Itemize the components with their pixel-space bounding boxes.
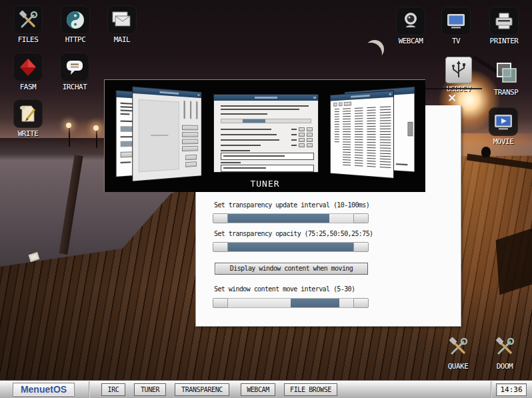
desktop-icon-fasm[interactable]: FASM <box>9 53 47 91</box>
move-interval-label: Set window content move interval (5-30) <box>214 285 355 293</box>
preview-titlebar <box>133 87 201 98</box>
crescent-moon-icon <box>365 40 384 59</box>
desktop-icon-doom[interactable]: DOOM <box>486 332 523 371</box>
preview-file-listing <box>331 103 393 170</box>
preview-front-window <box>330 90 394 179</box>
taskbar-task-transparenc[interactable]: TRANSPARENC <box>175 383 229 396</box>
slider-track[interactable] <box>228 242 353 252</box>
preview-content <box>214 101 318 173</box>
desktop-icon-tv[interactable]: TV <box>437 7 475 45</box>
slider-left-cap[interactable] <box>213 242 228 252</box>
switcher-selected-label: TUNER <box>105 179 425 189</box>
icon-label: IRCHAT <box>56 83 93 91</box>
move-interval-slider[interactable] <box>213 298 369 308</box>
slider-fill <box>228 214 329 223</box>
desktop-icon-httpc[interactable]: HTTPC <box>57 5 94 44</box>
gem-icon <box>13 53 43 81</box>
taskbar-task-tuner[interactable]: TUNER <box>134 383 166 396</box>
icon-label: QUAKE <box>439 362 477 371</box>
display-content-when-moving-button[interactable]: Display window content when moving <box>215 263 368 275</box>
icon-label: DOOM <box>486 362 523 371</box>
desktop-icon-webcam[interactable]: WEBCAM <box>392 7 429 45</box>
desktop-icon-write[interactable]: WRITE <box>9 99 47 138</box>
envelope-icon <box>107 5 137 34</box>
preview-scrollbar <box>407 122 413 137</box>
icon-label: PRINTER <box>485 37 523 45</box>
slider-right-cap[interactable] <box>353 242 369 252</box>
desktop-icon-transp[interactable]: TRANSP <box>487 58 525 97</box>
update-interval-label: Set transparency update interval (10-100… <box>214 201 369 209</box>
opacity-label: Set transparency opacity (75:25,50:50,25… <box>214 230 373 237</box>
close-icon[interactable]: ✕ <box>444 91 460 105</box>
icon-label: HTTPC <box>57 35 94 44</box>
tools-icon <box>490 332 519 361</box>
icon-label: WRITE <box>9 129 47 138</box>
bird-silhouette <box>481 147 491 157</box>
window-preview-selected[interactable] <box>213 94 319 173</box>
preview-front-window <box>132 86 201 181</box>
printer-icon <box>489 7 519 35</box>
preview-content <box>396 163 408 165</box>
menuetos-screen: FILESHTTPCMAILFASMIRCHATWRITEWEBCAMTVPRI… <box>0 0 532 398</box>
overlap-squares-icon <box>491 58 521 87</box>
task-switcher-overlay: TUNER <box>104 79 425 192</box>
desktop-icon-irchat[interactable]: IRCHAT <box>56 53 93 91</box>
desktop-icon-printer[interactable]: PRINTER <box>485 7 523 45</box>
taskbar-clock: 14:36 <box>496 383 527 396</box>
slider-fill <box>228 243 353 251</box>
slider-fill <box>291 299 339 307</box>
preview-titlebar <box>214 95 318 101</box>
tools-icon <box>443 332 473 361</box>
icon-label: MOVIE <box>485 137 522 146</box>
slider-left-cap[interactable] <box>213 298 228 308</box>
taskbar-task-file-browse[interactable]: FILE BROWSE <box>284 383 337 396</box>
tools-icon <box>13 5 43 34</box>
scroll-pen-icon <box>13 99 43 128</box>
opacity-slider[interactable] <box>213 242 369 252</box>
taskbar: MenuetOS IRCTUNERTRANSPARENCWEBCAMFILE B… <box>0 380 532 398</box>
usb-icon <box>445 57 472 83</box>
slider-left-cap[interactable] <box>213 213 228 223</box>
wooden-pole <box>59 155 83 255</box>
slider-track[interactable] <box>228 298 353 308</box>
menuetos-menu-button[interactable]: MenuetOS <box>13 383 75 397</box>
chat-bubble-icon <box>60 53 89 81</box>
preview-tuner-window <box>213 94 319 173</box>
desktop-icon-mail[interactable]: MAIL <box>103 5 141 44</box>
icon-label: TRANSP <box>487 88 525 97</box>
play-screen-icon <box>489 107 518 136</box>
update-interval-slider[interactable] <box>213 213 369 223</box>
desktop-icon-quake[interactable]: QUAKE <box>439 332 477 371</box>
lamp-light <box>93 125 99 131</box>
preview-panel <box>139 99 179 172</box>
window-preview-left[interactable] <box>116 85 202 183</box>
lamp-light <box>66 123 71 128</box>
lamp-post <box>96 129 97 148</box>
icon-label: FASM <box>9 83 47 91</box>
slider-right-cap[interactable] <box>353 213 369 223</box>
window-preview-right[interactable] <box>329 84 415 182</box>
desktop-icon-files[interactable]: FILES <box>9 5 47 44</box>
preview-controls <box>182 101 199 177</box>
lamp-post <box>69 127 70 147</box>
deck-marker <box>29 252 40 262</box>
icon-label: FILES <box>9 35 47 44</box>
taskbar-task-webcam[interactable]: WEBCAM <box>241 383 275 396</box>
taskbar-task-irc[interactable]: IRC <box>101 383 125 396</box>
tv-icon <box>441 7 471 35</box>
icon-label: WEBCAM <box>392 37 429 45</box>
slider-right-cap[interactable] <box>353 298 369 308</box>
taskbar-separator <box>491 381 492 398</box>
desktop-wallpaper: FILESHTTPCMAILFASMIRCHATWRITEWEBCAMTVPRI… <box>0 0 532 380</box>
desktop-icon-movie[interactable]: MOVIE <box>485 107 522 146</box>
icon-label: MAIL <box>103 35 141 44</box>
yinyang-icon <box>61 5 90 34</box>
slider-track[interactable] <box>228 213 353 223</box>
taskbar-separator <box>89 381 90 398</box>
deck-bench-shadow <box>496 228 532 295</box>
icon-label: TV <box>437 37 475 45</box>
webcam-icon <box>396 7 425 35</box>
